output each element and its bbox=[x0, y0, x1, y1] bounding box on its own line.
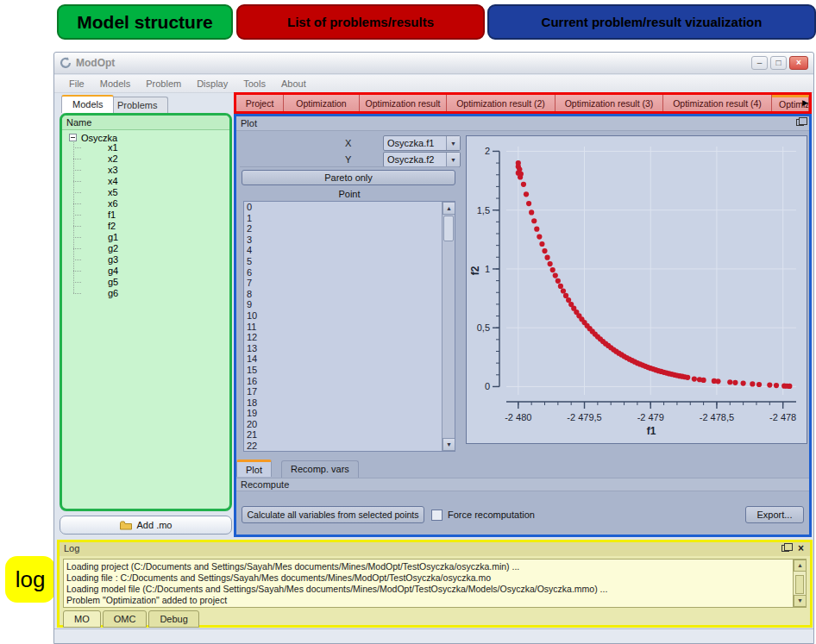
dropdown-arrow-icon[interactable]: ▼ bbox=[446, 153, 460, 166]
calculate-variables-button[interactable]: Calculate all variables from selected po… bbox=[242, 506, 424, 523]
scatter-point[interactable] bbox=[531, 218, 537, 223]
tree-item[interactable]: f1 bbox=[73, 209, 229, 221]
scatter-point[interactable] bbox=[553, 272, 558, 278]
tree-item[interactable]: x3 bbox=[73, 165, 229, 176]
point-list-item[interactable]: 9 bbox=[244, 299, 442, 310]
point-list-scrollbar[interactable]: ▲ ▼ bbox=[442, 202, 455, 451]
scroll-up-icon[interactable]: ▲ bbox=[443, 202, 455, 215]
menu-display[interactable]: Display bbox=[189, 77, 235, 91]
point-list-item[interactable]: 5 bbox=[244, 256, 442, 267]
dock-float-icon[interactable] bbox=[796, 119, 804, 126]
point-list-item[interactable]: 7 bbox=[244, 278, 442, 289]
point-list-item[interactable]: 6 bbox=[244, 267, 442, 278]
result-tab[interactable]: Project bbox=[236, 95, 284, 111]
scatter-point[interactable] bbox=[529, 209, 534, 215]
result-tab[interactable]: Optimization result bbox=[360, 95, 447, 111]
tree-item[interactable]: g5 bbox=[73, 277, 229, 288]
scatter-point[interactable] bbox=[558, 284, 563, 289]
scatter-point[interactable] bbox=[518, 172, 524, 177]
log-tab-debug[interactable]: Debug bbox=[148, 610, 198, 628]
menu-about[interactable]: About bbox=[273, 77, 314, 91]
scatter-point[interactable] bbox=[561, 288, 566, 293]
minimize-button[interactable]: – bbox=[751, 56, 768, 70]
force-recomputation-checkbox[interactable] bbox=[431, 510, 443, 521]
scatter-point[interactable] bbox=[774, 383, 779, 388]
export-button[interactable]: Export... bbox=[745, 506, 804, 523]
point-list-item[interactable]: 2 bbox=[244, 223, 442, 234]
scatter-point[interactable] bbox=[556, 278, 561, 284]
log-tab-mo[interactable]: MO bbox=[63, 610, 101, 628]
scatter-point[interactable] bbox=[563, 293, 568, 298]
tree-root-osyczka[interactable]: Osyczka bbox=[62, 130, 229, 142]
tab-problems[interactable]: Problems bbox=[106, 97, 168, 113]
tab-recomp-vars[interactable]: Recomp. vars bbox=[281, 460, 359, 478]
result-tab[interactable]: Optimization bbox=[284, 95, 360, 111]
scroll-down-icon[interactable]: ▼ bbox=[443, 438, 455, 451]
menu-file[interactable]: File bbox=[61, 77, 92, 91]
scatter-point[interactable] bbox=[715, 378, 720, 384]
tab-plot[interactable]: Plot bbox=[236, 460, 272, 477]
scatter-point[interactable] bbox=[526, 201, 531, 206]
tree-item[interactable]: x1 bbox=[73, 142, 229, 153]
y-variable-dropdown[interactable]: Osyczka.f2 ▼ bbox=[383, 152, 461, 167]
add-mo-button[interactable]: Add .mo bbox=[60, 516, 232, 535]
tab-overflow-arrow-icon[interactable]: ▶ bbox=[802, 98, 808, 107]
tree-item[interactable]: g1 bbox=[73, 232, 229, 243]
tree-item[interactable]: g4 bbox=[73, 266, 229, 277]
scatter-point[interactable] bbox=[537, 234, 542, 239]
scatter-point[interactable] bbox=[524, 191, 529, 197]
point-list-item[interactable]: 15 bbox=[244, 365, 442, 376]
dropdown-arrow-icon[interactable]: ▼ bbox=[446, 136, 460, 150]
point-list-item[interactable]: 20 bbox=[244, 419, 442, 430]
point-list-item[interactable]: 3 bbox=[244, 234, 442, 246]
point-list-item[interactable]: 0 bbox=[244, 202, 442, 213]
x-variable-dropdown[interactable]: Osyczka.f1 ▼ bbox=[383, 135, 461, 151]
point-list-item[interactable]: 12 bbox=[244, 332, 442, 343]
point-list-item[interactable]: 19 bbox=[244, 408, 442, 419]
menu-tools[interactable]: Tools bbox=[235, 77, 273, 91]
point-list-item[interactable]: 16 bbox=[244, 376, 442, 387]
scatter-point[interactable] bbox=[732, 380, 738, 385]
scatter-point[interactable] bbox=[542, 248, 547, 253]
tree-item[interactable]: x6 bbox=[73, 198, 229, 209]
scatter-point[interactable] bbox=[544, 255, 549, 260]
scatter-point[interactable] bbox=[756, 382, 762, 387]
tree-item[interactable]: g3 bbox=[73, 254, 229, 266]
scatter-point[interactable] bbox=[741, 381, 746, 386]
point-list-item[interactable]: 21 bbox=[244, 429, 442, 441]
log-tab-omc[interactable]: OMC bbox=[103, 610, 148, 628]
pareto-scatter-chart[interactable]: -2 480-2 479,5-2 479-2 478,5-2 478f100,5… bbox=[466, 135, 807, 444]
pareto-only-button[interactable]: Pareto only bbox=[242, 170, 455, 185]
dock-float-icon[interactable] bbox=[781, 545, 789, 552]
scroll-down-icon[interactable]: ▼ bbox=[794, 595, 807, 607]
close-button[interactable]: × bbox=[789, 56, 808, 70]
scatter-point[interactable] bbox=[701, 378, 706, 383]
scrollbar-thumb[interactable] bbox=[443, 216, 454, 241]
scatter-point[interactable] bbox=[521, 182, 526, 187]
tree-item[interactable]: g2 bbox=[73, 243, 229, 254]
point-list-item[interactable]: 22 bbox=[244, 441, 442, 451]
menu-problem[interactable]: Problem bbox=[138, 77, 189, 91]
point-list-item[interactable]: 11 bbox=[244, 322, 442, 333]
point-list-item[interactable]: 17 bbox=[244, 386, 442, 397]
scatter-point[interactable] bbox=[550, 267, 556, 272]
scatter-point[interactable] bbox=[539, 241, 544, 247]
point-list-item[interactable]: 13 bbox=[244, 343, 442, 354]
title-bar[interactable]: ModOpt – □ × bbox=[54, 53, 813, 74]
scatter-point[interactable] bbox=[787, 384, 792, 389]
scatter-point[interactable] bbox=[692, 376, 697, 381]
scatter-point[interactable] bbox=[750, 381, 755, 386]
point-list-item[interactable]: 18 bbox=[244, 397, 442, 409]
scrollbar-thumb[interactable] bbox=[795, 575, 804, 594]
point-list-item[interactable]: 1 bbox=[244, 213, 442, 224]
collapse-icon[interactable] bbox=[69, 134, 77, 141]
tree-item[interactable]: x5 bbox=[73, 187, 229, 198]
point-list-item[interactable]: 4 bbox=[244, 245, 442, 256]
tab-models[interactable]: Models bbox=[61, 95, 114, 113]
scatter-point[interactable] bbox=[767, 382, 772, 387]
result-tab[interactable]: Optimization result (3) bbox=[556, 95, 663, 111]
point-list-item[interactable]: 10 bbox=[244, 310, 442, 322]
tree-item[interactable]: f2 bbox=[73, 221, 229, 232]
tree-item[interactable]: x2 bbox=[73, 153, 229, 165]
dock-close-icon[interactable]: × bbox=[798, 542, 804, 554]
